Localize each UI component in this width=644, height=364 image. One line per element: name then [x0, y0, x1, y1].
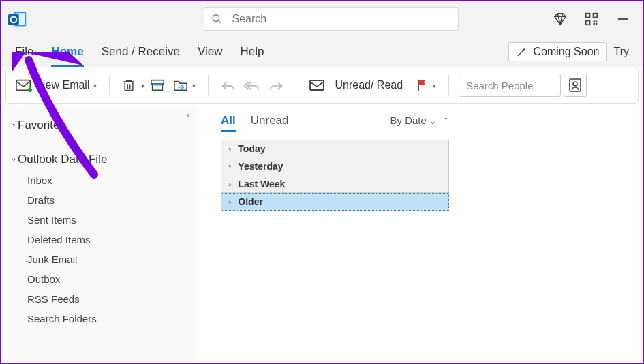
global-search-input[interactable] — [231, 12, 451, 26]
folder-rss-feeds[interactable]: RSS Feeds — [23, 289, 193, 309]
svg-rect-28 — [310, 80, 324, 90]
svg-rect-10 — [586, 14, 590, 18]
sort-direction-toggle[interactable]: ↑ — [443, 113, 449, 127]
svg-rect-13 — [594, 21, 596, 23]
separator — [208, 75, 209, 95]
main-area: ‹ › Favorites › Outlook Data File Inbox … — [1, 105, 643, 364]
minimize-button[interactable] — [614, 10, 632, 28]
coming-soon-button[interactable]: Coming Soon — [508, 42, 607, 61]
unread-read-label: Unread/ Read — [329, 76, 408, 94]
tab-send-receive[interactable]: Send / Receive — [102, 41, 180, 63]
filter-unread[interactable]: Unread — [251, 114, 289, 127]
mail-plus-icon — [16, 78, 33, 93]
address-book-button[interactable] — [564, 74, 587, 97]
premium-icon[interactable] — [551, 10, 569, 28]
chevron-down-icon[interactable]: ▾ — [141, 82, 144, 89]
qr-icon[interactable] — [583, 10, 600, 28]
tab-file[interactable]: File — [15, 41, 33, 63]
move-folder-icon — [173, 78, 188, 92]
sort-by-date[interactable]: By Date ⌄ — [390, 115, 436, 126]
archive-button[interactable] — [147, 76, 168, 95]
filter-all[interactable]: All — [221, 114, 236, 127]
svg-point-30 — [573, 82, 577, 86]
svg-rect-2 — [8, 14, 19, 25]
chevron-down-icon: ⌄ — [429, 117, 436, 126]
svg-rect-14 — [596, 23, 598, 25]
move-button[interactable]: ▾ — [170, 76, 198, 95]
svg-rect-11 — [594, 14, 598, 18]
reply-button[interactable] — [218, 76, 239, 95]
folder-deleted-items[interactable]: Deleted Items — [23, 230, 193, 249]
flag-icon — [416, 78, 429, 92]
data-file-header[interactable]: › Outlook Data File — [4, 149, 193, 170]
chevron-right-icon: › — [228, 197, 231, 207]
archive-icon — [150, 78, 165, 92]
favorites-label: Favorites — [18, 119, 65, 132]
title-bar — [1, 1, 643, 37]
group-last-week[interactable]: › Last Week — [221, 175, 449, 193]
chevron-right-icon: › — [228, 179, 231, 189]
svg-line-5 — [218, 20, 220, 22]
folder-junk-email[interactable]: Junk Email — [23, 249, 193, 269]
search-icon — [211, 13, 223, 25]
chevron-down-icon: ▾ — [192, 82, 196, 89]
tab-view[interactable]: View — [198, 41, 223, 63]
reply-all-icon — [244, 78, 260, 92]
reply-all-button[interactable] — [241, 76, 263, 95]
flag-button[interactable]: ▾ — [414, 76, 439, 95]
folder-search-folders[interactable]: Search Folders — [23, 309, 193, 329]
try-button[interactable]: Try — [613, 46, 629, 58]
sort-label: By Date — [390, 115, 426, 126]
ribbon: New Email ▾ ▾ ▾ — [5, 67, 639, 104]
group-label: Today — [238, 143, 265, 154]
global-search[interactable] — [204, 7, 459, 31]
envelope-icon — [309, 78, 325, 92]
folder-inbox[interactable]: Inbox — [23, 170, 193, 190]
search-people-input[interactable] — [459, 74, 561, 97]
navigation-panel: ‹ › Favorites › Outlook Data File Inbox … — [1, 105, 196, 364]
new-email-button[interactable]: New Email ▾ — [13, 75, 99, 95]
folder-drafts[interactable]: Drafts — [23, 190, 193, 210]
folder-sent-items[interactable]: Sent Items — [23, 210, 193, 230]
group-label: Older — [238, 196, 263, 207]
chevron-down-icon: › — [9, 158, 18, 161]
forward-icon — [269, 78, 283, 92]
message-list-panel: All Unread By Date ⌄ ↑ › Today › Yesterd… — [196, 105, 459, 364]
address-book-icon — [568, 78, 582, 93]
chevron-right-icon: › — [228, 144, 231, 154]
svg-rect-29 — [570, 79, 581, 91]
svg-point-4 — [213, 15, 219, 22]
group-today[interactable]: › Today — [221, 140, 449, 157]
svg-rect-21 — [125, 82, 134, 91]
forward-button[interactable] — [266, 76, 286, 95]
svg-rect-12 — [586, 21, 590, 25]
filter-tabs: All Unread By Date ⌄ ↑ — [221, 113, 449, 134]
reply-icon — [221, 78, 236, 92]
tab-strip: File Home Send / Receive View Help Comin… — [1, 37, 643, 67]
svg-line-17 — [518, 50, 524, 56]
separator — [109, 75, 110, 95]
tab-home[interactable]: Home — [51, 41, 83, 63]
collapse-nav-icon[interactable]: ‹ — [187, 109, 190, 120]
group-label: Last Week — [238, 179, 285, 189]
tab-help[interactable]: Help — [240, 41, 264, 63]
group-label: Yesterday — [238, 161, 283, 172]
unread-read-button[interactable]: Unread/ Read — [306, 74, 411, 97]
folder-list: Inbox Drafts Sent Items Deleted Items Ju… — [23, 170, 193, 329]
folder-outbox[interactable]: Outbox — [23, 269, 193, 289]
reading-panel — [459, 105, 643, 364]
trash-icon — [122, 78, 136, 93]
outlook-logo — [8, 10, 27, 29]
svg-rect-15 — [594, 23, 596, 25]
data-file-label: Outlook Data File — [18, 153, 107, 166]
delete-button[interactable] — [119, 75, 138, 95]
favorites-header[interactable]: › Favorites — [4, 115, 193, 136]
new-email-label: New Email — [37, 79, 89, 91]
chevron-right-icon: › — [12, 121, 15, 130]
separator — [448, 75, 449, 95]
group-yesterday[interactable]: › Yesterday — [221, 157, 449, 175]
chevron-right-icon: › — [228, 161, 231, 171]
group-older[interactable]: › Older — [221, 193, 449, 211]
wand-icon — [516, 46, 528, 58]
svg-rect-16 — [596, 21, 598, 23]
